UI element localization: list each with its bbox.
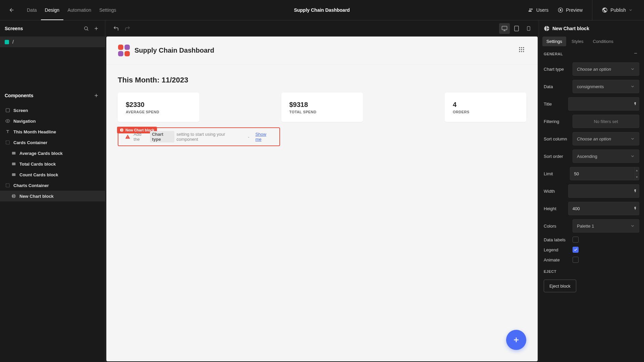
tree-item-count-block[interactable]: Count Cards block [0, 169, 105, 180]
field-label: Legend [544, 247, 573, 252]
redo-button[interactable] [123, 24, 131, 33]
check-icon [574, 248, 578, 252]
bolt-icon [633, 189, 637, 193]
collapse-section-button[interactable] [633, 51, 639, 57]
svg-rect-22 [118, 51, 123, 56]
left-sidebar: Screens / Components Screen Navigation T… [0, 20, 105, 362]
chart-block[interactable]: Add the Chart type setting to start usin… [118, 127, 280, 146]
users-button[interactable]: Users [524, 5, 553, 15]
svg-rect-20 [118, 45, 123, 50]
bolt-icon [633, 206, 637, 210]
right-tab-styles[interactable]: Styles [568, 37, 587, 46]
tab-automation[interactable]: Automation [63, 0, 95, 20]
month-headline[interactable]: This Month: 11/2023 [118, 76, 526, 84]
tab-data[interactable]: Data [23, 0, 41, 20]
undo-button[interactable] [112, 24, 120, 33]
components-title: Components [5, 93, 90, 98]
tree-item-cards-container[interactable]: Cards Container [0, 137, 105, 148]
components-header: Components [0, 87, 105, 104]
add-screen-button[interactable] [92, 24, 100, 33]
card-avg-spend[interactable]: $2330AVERAGE SPEND [118, 93, 199, 122]
cards-row[interactable]: $2330AVERAGE SPEND $9318TOTAL SPEND 4ORD… [118, 93, 526, 122]
desktop-icon [501, 25, 507, 32]
main-layout: Screens / Components Screen Navigation T… [0, 20, 644, 362]
canvas[interactable]: Supply Chain Dashboard This Month: 11/20… [106, 37, 538, 361]
tablet-icon [514, 25, 520, 32]
search-screens-button[interactable] [82, 24, 90, 33]
stat-value: $2330 [126, 101, 191, 109]
svg-point-30 [519, 51, 520, 52]
tree-label: This Month Headline [13, 129, 56, 134]
svg-point-29 [523, 49, 524, 50]
tab-settings[interactable]: Settings [95, 0, 120, 20]
field-sort-column: Sort column Choose an option [539, 130, 644, 147]
width-input[interactable] [568, 184, 633, 198]
eject-block-button[interactable]: Eject block [544, 280, 576, 292]
add-component-fab[interactable] [506, 330, 526, 350]
chart-type-select[interactable]: Choose an option [573, 62, 639, 76]
filtering-button[interactable]: No filters set [573, 115, 639, 128]
tree-item-total-block[interactable]: Total Cards block [0, 159, 105, 169]
topbar-tabs: Data Design Automation Settings [23, 0, 120, 20]
data-labels-checkbox[interactable] [573, 237, 579, 243]
canvas-stage: Supply Chain Dashboard This Month: 11/20… [105, 37, 539, 362]
field-label: Data [544, 84, 573, 89]
data-select[interactable]: consignments [573, 80, 639, 93]
device-tablet[interactable] [511, 23, 522, 34]
svg-rect-19 [527, 26, 530, 31]
users-icon [528, 7, 534, 13]
tree-item-avg-block[interactable]: Average Cards block [0, 148, 105, 159]
add-component-button[interactable] [92, 92, 100, 100]
preview-button[interactable]: Preview [553, 5, 587, 15]
sort-column-select[interactable]: Choose an option [573, 132, 639, 145]
colors-select[interactable]: Palette 1 [573, 219, 639, 233]
grid-menu-button[interactable] [518, 46, 526, 54]
show-me-link[interactable]: Show me [255, 132, 273, 142]
publish-button[interactable]: Publish [597, 5, 637, 15]
tree-item-charts-container[interactable]: Charts Container [0, 180, 105, 191]
chart-icon [11, 193, 17, 199]
animate-checkbox[interactable] [573, 257, 579, 263]
plus-icon [94, 26, 99, 31]
title-input[interactable] [568, 97, 633, 111]
tree-label: Navigation [13, 119, 36, 124]
device-desktop[interactable] [499, 23, 510, 34]
limit-up[interactable]: ▲ [635, 167, 639, 174]
limit-input[interactable] [570, 167, 635, 180]
tree-item-headline[interactable]: This Month Headline [0, 126, 105, 137]
width-binding-button[interactable] [632, 184, 639, 198]
card-total-spend[interactable]: $9318TOTAL SPEND [281, 93, 363, 122]
svg-rect-21 [124, 45, 130, 50]
component-tree: Screen Navigation This Month Headline Ca… [0, 104, 105, 203]
field-data: Data consignments [539, 78, 644, 95]
height-input[interactable] [568, 202, 633, 215]
right-tab-conditions[interactable]: Conditions [589, 37, 617, 46]
publish-wrap: Publish [592, 0, 637, 20]
stat-label: TOTAL SPEND [289, 110, 355, 114]
tree-item-chart-block[interactable]: New Chart block [0, 191, 105, 201]
svg-rect-13 [12, 173, 16, 176]
select-value: Choose an option [577, 67, 611, 72]
legend-checkbox[interactable] [573, 247, 579, 253]
tab-design[interactable]: Design [41, 0, 64, 20]
screen-name: / [12, 39, 14, 45]
sort-order-select[interactable]: Ascending [573, 149, 639, 163]
tree-item-navigation[interactable]: Navigation [0, 116, 105, 126]
back-button[interactable] [7, 5, 17, 15]
height-binding-button[interactable] [632, 202, 639, 215]
device-mobile[interactable] [523, 23, 534, 34]
field-title: Title [539, 95, 644, 113]
title-binding-button[interactable] [632, 97, 639, 111]
chart-warning-msg: Add the Chart type setting to start usin… [133, 131, 273, 142]
right-tab-settings[interactable]: Settings [542, 37, 566, 46]
tree-item-screen[interactable]: Screen [0, 105, 105, 116]
screen-item-root[interactable]: / [0, 37, 105, 47]
field-label: Filtering [544, 119, 573, 124]
limit-down[interactable]: ▼ [635, 174, 639, 180]
svg-point-32 [523, 51, 524, 52]
card-orders[interactable]: 4ORDERS [445, 93, 526, 122]
card-icon [11, 150, 17, 156]
selected-component-title: New Chart block [552, 26, 589, 31]
screens-title: Screens [5, 26, 80, 31]
mobile-icon [526, 25, 531, 32]
